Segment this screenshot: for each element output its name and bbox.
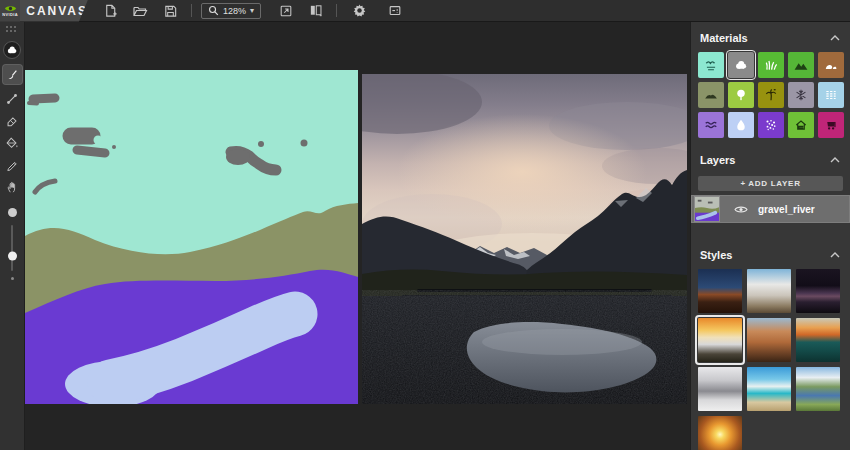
style-sea-sunrise[interactable] — [698, 416, 742, 450]
styles-section-header[interactable]: Styles — [691, 239, 850, 267]
material-house[interactable] — [788, 112, 814, 138]
zoom-control[interactable]: 128% ▾ — [201, 3, 261, 19]
layer-visibility-toggle[interactable] — [734, 205, 748, 214]
style-night-desert[interactable] — [698, 269, 742, 313]
settings-button[interactable] — [348, 2, 370, 20]
slider-track[interactable] — [11, 225, 13, 271]
tool-fill[interactable] — [3, 133, 22, 152]
material-grass[interactable] — [758, 52, 784, 78]
toolbar-separator — [336, 4, 337, 17]
eraser-icon — [5, 114, 19, 128]
current-material-preview[interactable] — [3, 41, 21, 59]
dual-view-button[interactable] — [305, 2, 327, 20]
panel-drag-handle[interactable] — [6, 26, 18, 34]
magnifier-icon — [208, 5, 219, 16]
nvidia-logo: NVIDIA — [0, 0, 20, 22]
paint-canvas[interactable] — [25, 70, 358, 404]
layer-row-gravel-river[interactable]: gravel_river — [691, 195, 850, 223]
nvidia-canvas-app: NVIDIA CANVAS — [0, 0, 850, 450]
material-fog[interactable] — [758, 112, 784, 138]
style-ocean-sunset[interactable] — [796, 318, 840, 362]
material-palm[interactable] — [758, 82, 784, 108]
cloud-icon — [734, 58, 748, 72]
new-project-button[interactable] — [99, 2, 121, 20]
slider-thumb[interactable] — [8, 252, 17, 261]
chevron-up-icon[interactable] — [830, 35, 840, 41]
material-rock[interactable] — [698, 82, 724, 108]
brush-size-slider[interactable] — [8, 225, 17, 271]
material-hill[interactable] — [788, 52, 814, 78]
material-sky[interactable] — [698, 52, 724, 78]
tool-pan[interactable] — [3, 177, 22, 196]
save-icon — [163, 3, 178, 19]
material-cloud[interactable] — [728, 52, 754, 78]
side-panel: Materials Layers + ADD LAYER — [690, 22, 850, 450]
paint-canvas-image — [25, 70, 358, 404]
tool-pencil[interactable] — [3, 155, 22, 174]
snowflake-icon — [794, 88, 808, 102]
workspace — [25, 22, 690, 450]
tool-eraser[interactable] — [3, 111, 22, 130]
style-alpine-peaks[interactable] — [747, 318, 791, 362]
feedback-button[interactable] — [384, 2, 406, 20]
styles-grid — [698, 269, 850, 450]
layer-name: gravel_river — [758, 204, 815, 215]
material-tree[interactable] — [728, 82, 754, 108]
material-water[interactable] — [728, 112, 754, 138]
style-sunset-fog[interactable] — [698, 318, 742, 362]
layers-section-header[interactable]: Layers — [691, 144, 850, 172]
material-cart[interactable] — [818, 112, 844, 138]
tool-line[interactable] — [3, 89, 22, 108]
material-snow[interactable] — [788, 82, 814, 108]
material-sea[interactable] — [818, 82, 844, 108]
drop-icon — [734, 118, 748, 132]
hills-icon — [794, 58, 808, 72]
sea-icon — [824, 88, 838, 102]
save-project-button[interactable] — [159, 2, 181, 20]
new-file-icon — [103, 3, 118, 19]
materials-section-header[interactable]: Materials — [691, 22, 850, 50]
eye-icon — [734, 205, 748, 214]
zoom-dropdown-caret-icon[interactable]: ▾ — [250, 6, 254, 15]
materials-title: Materials — [700, 32, 748, 44]
add-layer-button[interactable]: + ADD LAYER — [698, 176, 843, 191]
app-brand-block: NVIDIA CANVAS — [0, 0, 88, 22]
palm-icon — [764, 88, 778, 102]
toolbar-separator — [191, 4, 192, 17]
rendered-landscape-image — [362, 74, 687, 404]
app-title: CANVAS — [26, 4, 88, 18]
grass-icon — [764, 58, 778, 72]
material-mountain[interactable] — [818, 52, 844, 78]
river-icon — [704, 118, 718, 132]
style-mountain-lake[interactable] — [796, 367, 840, 411]
material-river[interactable] — [698, 112, 724, 138]
cart-icon — [824, 118, 838, 132]
feedback-icon — [388, 4, 402, 18]
brush-icon — [5, 68, 19, 82]
open-project-button[interactable] — [129, 2, 151, 20]
fullscreen-button[interactable] — [275, 2, 297, 20]
brand-text: NVIDIA — [2, 13, 18, 17]
brush-size-indicator — [8, 208, 17, 217]
style-foggy-mountains[interactable] — [698, 367, 742, 411]
rendered-output-canvas — [362, 74, 687, 404]
dual-view-icon — [308, 3, 324, 18]
chevron-up-icon[interactable] — [830, 157, 840, 163]
folder-open-icon — [132, 3, 148, 19]
line-icon — [5, 92, 19, 106]
style-cave-stars[interactable] — [796, 269, 840, 313]
tool-strip — [0, 22, 25, 450]
add-layer-label: + ADD LAYER — [740, 179, 800, 188]
bird-icon — [704, 58, 718, 72]
style-tropical-beach[interactable] — [747, 367, 791, 411]
materials-grid — [698, 52, 850, 138]
gear-icon — [352, 3, 367, 18]
chevron-up-icon[interactable] — [830, 252, 840, 258]
tree-icon — [734, 88, 748, 102]
house-icon — [794, 118, 808, 132]
slider-min-dot — [11, 277, 14, 280]
style-cloud-mountain[interactable] — [747, 269, 791, 313]
tool-paintbrush[interactable] — [3, 65, 22, 84]
expand-icon — [279, 4, 293, 18]
rocks-icon — [824, 58, 838, 72]
